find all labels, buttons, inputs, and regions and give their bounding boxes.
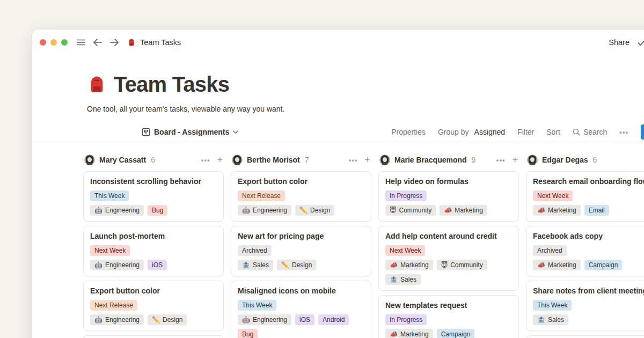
- tag-pill-sales[interactable]: 🏦Sales: [533, 314, 568, 325]
- column-more-icon[interactable]: •••: [496, 156, 506, 164]
- minimize-window-button[interactable]: [50, 39, 57, 46]
- forward-arrow-icon[interactable]: [109, 38, 119, 47]
- toolbar-divider: [32, 142, 644, 142]
- back-arrow-icon[interactable]: [93, 38, 103, 47]
- page-backpack-icon[interactable]: [87, 75, 107, 94]
- column-more-icon[interactable]: •••: [201, 156, 210, 164]
- task-card[interactable]: New templates requestIn Progress📣Marketi…: [378, 295, 519, 338]
- pill-this-week[interactable]: This Week: [90, 190, 129, 201]
- column-count: 7: [305, 156, 309, 164]
- tag-pill-sales[interactable]: 🏦Sales: [238, 260, 273, 270]
- sort-button[interactable]: Sort: [546, 128, 560, 136]
- pill-next-week[interactable]: Next Week: [533, 190, 573, 201]
- pill-campaign[interactable]: Campaign: [584, 260, 623, 270]
- column-count: 6: [593, 156, 597, 164]
- tag-emoji: 😇: [441, 260, 448, 270]
- tag-pill-design[interactable]: ✏️Design: [277, 260, 316, 270]
- task-card[interactable]: Help video on formulasIn Progress😇Commun…: [378, 171, 519, 222]
- search-button[interactable]: Search: [573, 128, 607, 136]
- board-view-icon: [142, 128, 150, 136]
- task-card[interactable]: Export button colorNext Release🤖Engineer…: [231, 171, 371, 222]
- tag-pill-marketing[interactable]: 📣Marketing: [385, 329, 433, 338]
- tag-emoji: 🏦: [242, 260, 250, 270]
- column-actions: •••+: [201, 155, 223, 165]
- task-card[interactable]: Export button colorNext Release🤖Engineer…: [83, 281, 224, 331]
- view-switcher[interactable]: Board - Assignments: [142, 128, 238, 136]
- menu-icon[interactable]: [76, 38, 86, 47]
- check-icon: [638, 39, 644, 46]
- pill-android[interactable]: Android: [318, 314, 349, 325]
- tag-pill-engineering[interactable]: 🤖Engineering: [238, 314, 291, 325]
- pill-next-release[interactable]: Next Release: [90, 300, 137, 311]
- pill-in-progress[interactable]: In Progress: [385, 190, 427, 201]
- tag-pill-design[interactable]: ✏️Design: [295, 205, 334, 216]
- column-add-icon[interactable]: +: [217, 155, 223, 165]
- column-cards: Research email onboarding flowsNext Week…: [526, 171, 644, 338]
- pill-label: Archived: [537, 245, 562, 256]
- card-status-row: Archived: [533, 245, 644, 256]
- tag-pill-engineering[interactable]: 🤖Engineering: [90, 260, 144, 270]
- pill-next-week[interactable]: Next Week: [90, 245, 130, 256]
- tag-pill-engineering[interactable]: 🤖Engineering: [238, 205, 291, 216]
- column-add-icon[interactable]: +: [364, 155, 370, 165]
- tag-pill-marketing[interactable]: 📣Marketing: [533, 205, 581, 216]
- task-card[interactable]: Add help content around creditNext Week📣…: [378, 226, 519, 291]
- pill-label: Marketing: [400, 260, 429, 270]
- pill-label: Next Week: [94, 245, 126, 256]
- card-status-row: Archived: [238, 245, 364, 256]
- toolbar-more-icon[interactable]: •••: [619, 128, 628, 136]
- tag-pill-community[interactable]: 😇Community: [437, 260, 487, 270]
- pill-label: Next Week: [537, 190, 568, 201]
- column-cards: Inconsistent scrolling behaviorThis Week…: [83, 171, 224, 338]
- tag-pill-engineering[interactable]: 🤖Engineering: [90, 314, 144, 325]
- task-card[interactable]: Launch post-mortemNext Week🤖Engineeringi…: [83, 226, 224, 276]
- card-title: New templates request: [385, 300, 512, 311]
- properties-button[interactable]: Properties: [391, 128, 426, 136]
- task-card[interactable]: New art for pricing pageArchived🏦Sales✏️…: [231, 226, 371, 276]
- pill-archived[interactable]: Archived: [533, 245, 567, 256]
- tag-pill-engineering[interactable]: 🤖Engineering: [90, 205, 144, 216]
- pill-bug[interactable]: Bug: [238, 329, 258, 338]
- pill-bug[interactable]: Bug: [148, 205, 167, 216]
- card-partial[interactable]: [526, 335, 644, 338]
- tag-pill-design[interactable]: ✏️Design: [148, 314, 187, 325]
- tag-pill-sales[interactable]: 🏦Sales: [385, 274, 421, 285]
- column-more-icon[interactable]: •••: [349, 156, 358, 164]
- pill-in-progress[interactable]: In Progress: [385, 314, 427, 325]
- pill-this-week[interactable]: This Week: [238, 300, 276, 311]
- close-window-button[interactable]: [40, 39, 46, 46]
- task-card[interactable]: Misaligned icons on mobileThis Week🤖Engi…: [231, 281, 371, 338]
- card-title: Export button color: [90, 285, 217, 296]
- tag-pill-marketing[interactable]: 📣Marketing: [533, 260, 581, 270]
- tag-pill-marketing[interactable]: 📣Marketing: [385, 260, 433, 270]
- pill-ios[interactable]: iOS: [295, 314, 314, 325]
- board-column: Edgar Degas6•••+Research email onboardin…: [526, 154, 644, 338]
- pill-archived[interactable]: Archived: [238, 245, 272, 256]
- task-card[interactable]: Research email onboarding flowsNext Week…: [526, 171, 644, 222]
- task-card[interactable]: Share notes from client meetingThis Week…: [526, 281, 644, 331]
- page-title: Team Tasks: [114, 72, 229, 97]
- card-title: Launch post-mortem: [90, 231, 217, 241]
- tag-pill-community[interactable]: 😇Community: [385, 205, 436, 216]
- card-status-row: In Progress: [385, 190, 512, 201]
- column-add-icon[interactable]: +: [512, 155, 518, 165]
- pill-next-release[interactable]: Next Release: [238, 190, 285, 201]
- zoom-window-button[interactable]: [61, 39, 68, 46]
- tag-pill-marketing[interactable]: 📣Marketing: [440, 205, 487, 216]
- card-partial[interactable]: [83, 335, 224, 338]
- pill-next-week[interactable]: Next Week: [385, 245, 425, 256]
- pill-ios[interactable]: iOS: [148, 260, 167, 270]
- task-card[interactable]: Facebook ads copyArchived📣MarketingCampa…: [526, 226, 644, 276]
- group-by-button[interactable]: Group byAssigned: [438, 128, 505, 136]
- tag-emoji: 📣: [390, 329, 398, 338]
- share-button[interactable]: Share: [609, 38, 630, 47]
- task-card[interactable]: Inconsistent scrolling behaviorThis Week…: [83, 171, 224, 222]
- filter-button[interactable]: Filter: [517, 128, 534, 136]
- pill-label: Sales: [253, 260, 269, 270]
- card-tags-row: 🏦Sales: [533, 314, 644, 325]
- card-tags-row: 🤖Engineering✏️Design: [238, 205, 364, 216]
- new-button[interactable]: New: [641, 124, 644, 139]
- pill-this-week[interactable]: This Week: [533, 300, 572, 311]
- pill-campaign[interactable]: Campaign: [437, 329, 475, 338]
- pill-email[interactable]: Email: [584, 205, 609, 216]
